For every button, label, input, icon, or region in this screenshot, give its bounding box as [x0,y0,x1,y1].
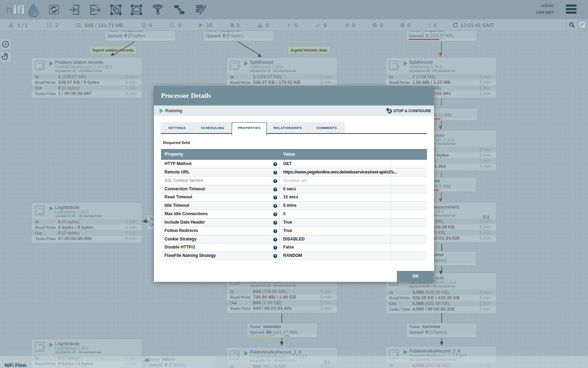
svg-text:?: ? [428,22,432,28]
